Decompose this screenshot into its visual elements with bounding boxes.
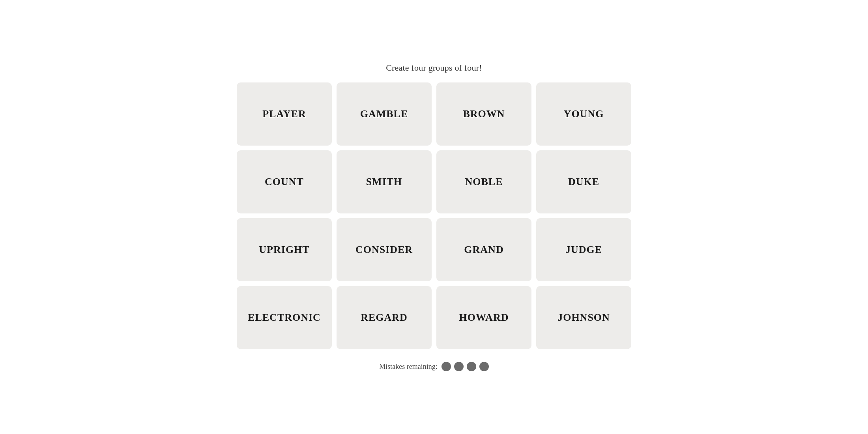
mistake-dot-3 [467,362,476,371]
mistakes-dots [441,362,489,371]
tile-electronic[interactable]: ELECTRONIC [237,286,332,349]
mistake-dot-1 [441,362,451,371]
tile-label-gamble: GAMBLE [360,108,408,120]
tile-johnson[interactable]: JOHNSON [536,286,631,349]
tile-label-smith: SMITH [366,176,402,188]
tile-label-judge: JUDGE [565,244,602,256]
tile-noble[interactable]: NOBLE [436,150,531,213]
tile-gamble[interactable]: GAMBLE [337,82,432,146]
tile-duke[interactable]: DUKE [536,150,631,213]
tile-howard[interactable]: HOWARD [436,286,531,349]
tile-label-player: PLAYER [262,108,306,120]
tile-label-regard: REGARD [361,312,408,324]
tile-player[interactable]: PLAYER [237,82,332,146]
tile-count[interactable]: COUNT [237,150,332,213]
tile-consider[interactable]: CONSIDER [337,218,432,281]
mistakes-row: Mistakes remaining: [379,362,488,371]
mistake-dot-4 [479,362,489,371]
tile-regard[interactable]: REGARD [337,286,432,349]
tile-judge[interactable]: JUDGE [536,218,631,281]
tile-grand[interactable]: GRAND [436,218,531,281]
tile-young[interactable]: YOUNG [536,82,631,146]
tile-label-consider: CONSIDER [355,244,413,256]
tile-upright[interactable]: UPRIGHT [237,218,332,281]
tile-label-young: YOUNG [564,108,604,120]
tile-label-duke: DUKE [568,176,599,188]
subtitle: Create four groups of four! [386,63,482,73]
tile-label-electronic: ELECTRONIC [248,312,321,324]
tile-label-howard: HOWARD [459,312,509,324]
tile-label-count: COUNT [265,176,304,188]
tile-label-brown: BROWN [463,108,505,120]
tile-grid: PLAYERGAMBLEBROWNYOUNGCOUNTSMITHNOBLEDUK… [237,82,631,349]
mistakes-label: Mistakes remaining: [379,363,437,371]
game-container: Create four groups of four! PLAYERGAMBLE… [237,63,631,371]
mistake-dot-2 [454,362,464,371]
tile-label-noble: NOBLE [465,176,503,188]
tile-label-johnson: JOHNSON [557,312,610,324]
tile-brown[interactable]: BROWN [436,82,531,146]
tile-label-upright: UPRIGHT [259,244,309,256]
tile-label-grand: GRAND [464,244,503,256]
tile-smith[interactable]: SMITH [337,150,432,213]
